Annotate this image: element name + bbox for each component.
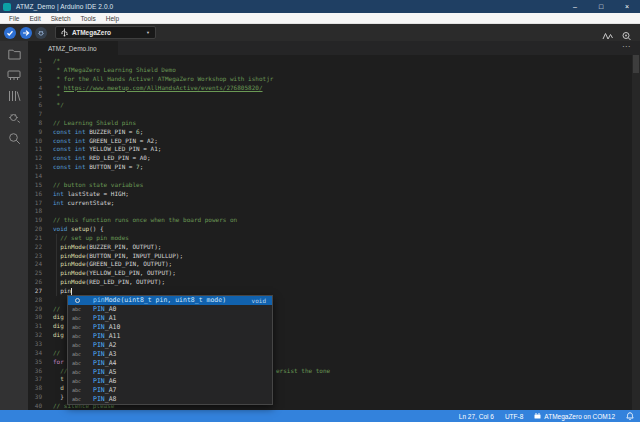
code-line: 1/* bbox=[28, 57, 640, 66]
line-number[interactable]: 23 bbox=[28, 252, 42, 261]
text-icon: abc bbox=[72, 314, 90, 323]
line-number[interactable]: 15 bbox=[28, 181, 42, 190]
line-number[interactable]: 16 bbox=[28, 190, 42, 199]
line-number[interactable]: 31 bbox=[28, 322, 42, 331]
upload-button[interactable] bbox=[20, 27, 32, 39]
menu-tools[interactable]: Tools bbox=[76, 15, 101, 22]
line-number[interactable]: 39 bbox=[28, 393, 42, 402]
line-number[interactable]: 35 bbox=[28, 358, 42, 367]
line-number[interactable]: 36 bbox=[28, 367, 42, 376]
line-number[interactable]: 4 bbox=[28, 84, 42, 93]
line-number[interactable]: 19 bbox=[28, 216, 42, 225]
editor-scrollbar[interactable] bbox=[632, 55, 640, 410]
menu-help[interactable]: Help bbox=[101, 15, 124, 22]
line-number[interactable]: 38 bbox=[28, 384, 42, 393]
line-number[interactable]: 5 bbox=[28, 92, 42, 101]
tab-overflow-menu[interactable]: ⋯ bbox=[622, 42, 630, 51]
minimize-button[interactable]: – bbox=[562, 0, 588, 13]
line-number[interactable]: 10 bbox=[28, 137, 42, 146]
autocomplete-item[interactable]: abcPIN_A8 bbox=[68, 395, 272, 404]
autocomplete-item[interactable]: abcPIN_A7 bbox=[68, 386, 272, 395]
maximize-button[interactable]: □ bbox=[588, 0, 614, 13]
line-number[interactable]: 24 bbox=[28, 260, 42, 269]
line-number[interactable]: 26 bbox=[28, 278, 42, 287]
autocomplete-item[interactable]: abcPIN_A10 bbox=[68, 323, 272, 332]
code-line: 12const int RED_LED_PIN = A0; bbox=[28, 154, 640, 163]
line-number[interactable]: 21 bbox=[28, 234, 42, 243]
menu-edit[interactable]: Edit bbox=[24, 15, 45, 22]
board-icon bbox=[534, 413, 541, 420]
line-number[interactable]: 40 bbox=[28, 402, 42, 410]
verify-button[interactable] bbox=[4, 27, 16, 39]
line-number[interactable]: 7 bbox=[28, 110, 42, 119]
line-number[interactable]: 6 bbox=[28, 101, 42, 110]
search-icon bbox=[8, 132, 21, 145]
close-button[interactable]: × bbox=[614, 0, 640, 13]
line-number[interactable]: 8 bbox=[28, 119, 42, 128]
autocomplete-item-selected[interactable]: pinMode(uint8_t pin, uint8_t mode)void bbox=[68, 296, 272, 305]
line-number[interactable]: 27 bbox=[28, 287, 42, 296]
board-selector[interactable]: ATMegaZero ▼ bbox=[55, 26, 156, 39]
line-number[interactable]: 9 bbox=[28, 128, 42, 137]
autocomplete-item[interactable]: abcPIN_A1 bbox=[68, 314, 272, 323]
line-number[interactable]: 34 bbox=[28, 349, 42, 358]
board-port-indicator[interactable]: ATMegaZero on COM12 bbox=[534, 413, 615, 420]
encoding-indicator[interactable]: UTF-8 bbox=[505, 413, 523, 420]
debug-button[interactable] bbox=[35, 27, 47, 39]
chevron-down-icon: ▼ bbox=[146, 30, 150, 35]
debug-icon bbox=[37, 29, 45, 37]
line-number[interactable]: 32 bbox=[28, 331, 42, 340]
menu-sketch[interactable]: Sketch bbox=[46, 15, 76, 22]
return-type: void bbox=[252, 296, 266, 305]
line-number[interactable]: 17 bbox=[28, 199, 42, 208]
line-number[interactable]: 2 bbox=[28, 66, 42, 75]
line-number[interactable]: 14 bbox=[28, 172, 42, 181]
line-number[interactable]: 22 bbox=[28, 243, 42, 252]
autocomplete-item[interactable]: abcPIN_A11 bbox=[68, 332, 272, 341]
autocomplete-item[interactable]: abcPIN_A6 bbox=[68, 377, 272, 386]
scrollbar-thumb[interactable] bbox=[633, 55, 639, 73]
line-number[interactable]: 30 bbox=[28, 313, 42, 322]
line-number[interactable]: 29 bbox=[28, 305, 42, 314]
line-number[interactable]: 25 bbox=[28, 269, 42, 278]
arrow-right-icon bbox=[22, 29, 30, 37]
line-number[interactable]: 13 bbox=[28, 163, 42, 172]
tab-atmz-demo[interactable]: ATMZ_Demo.ino bbox=[28, 41, 118, 55]
autocomplete-item[interactable]: abcPIN_A2 bbox=[68, 341, 272, 350]
line-number[interactable]: 1 bbox=[28, 57, 42, 66]
line-number[interactable]: 37 bbox=[28, 375, 42, 384]
sidebar-item-debugger[interactable] bbox=[6, 109, 22, 125]
autocomplete-item[interactable]: abcPIN_A4 bbox=[68, 359, 272, 368]
code-line: 9const int BUZZER_PIN = 6; bbox=[28, 128, 640, 137]
code-line: 2 * ATMegaZero Learning Shield Demo bbox=[28, 66, 640, 75]
code-line: 10const int GREEN_LED_PIN = A2; bbox=[28, 137, 640, 146]
sidebar-item-boards-manager[interactable] bbox=[6, 67, 22, 83]
board-port-label: ATMegaZero on COM12 bbox=[544, 413, 615, 420]
bug-icon bbox=[8, 111, 21, 123]
activity-sidebar bbox=[0, 41, 28, 410]
line-number[interactable]: 28 bbox=[28, 296, 42, 305]
line-number[interactable]: 33 bbox=[28, 340, 42, 349]
code-line: 17int currentState; bbox=[28, 199, 640, 208]
bell-icon bbox=[626, 412, 634, 421]
text-icon: abc bbox=[72, 395, 90, 404]
line-number[interactable]: 18 bbox=[28, 207, 42, 216]
line-number[interactable]: 3 bbox=[28, 75, 42, 84]
cursor-position[interactable]: Ln 27, Col 6 bbox=[459, 413, 494, 420]
folder-icon bbox=[8, 49, 21, 60]
code-line: 5 * bbox=[28, 92, 640, 101]
autocomplete-item[interactable]: abcPIN_A3 bbox=[68, 350, 272, 359]
line-number[interactable]: 11 bbox=[28, 145, 42, 154]
notifications-button[interactable] bbox=[626, 412, 634, 421]
sidebar-item-library-manager[interactable] bbox=[6, 88, 22, 104]
autocomplete-item[interactable]: abcPIN_A5 bbox=[68, 368, 272, 377]
check-icon bbox=[6, 29, 14, 37]
sidebar-item-search[interactable] bbox=[6, 130, 22, 146]
title-bar[interactable]: ATMZ_Demo | Arduino IDE 2.0.0 – □ × bbox=[0, 0, 640, 13]
sidebar-item-sketchbook[interactable] bbox=[6, 46, 22, 62]
menu-file[interactable]: File bbox=[4, 15, 24, 22]
autocomplete-item[interactable]: abcPIN_A0 bbox=[68, 305, 272, 314]
line-number[interactable]: 20 bbox=[28, 225, 42, 234]
serial-plotter-icon bbox=[602, 31, 614, 41]
line-number[interactable]: 12 bbox=[28, 154, 42, 163]
